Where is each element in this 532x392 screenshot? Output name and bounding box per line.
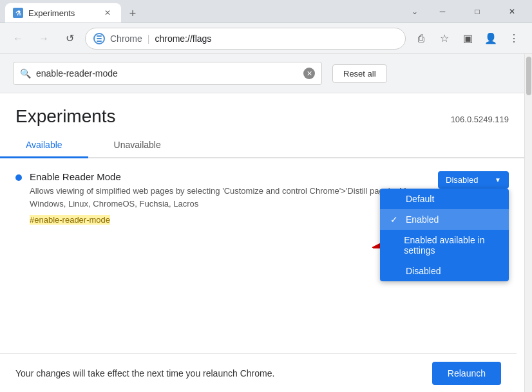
titlebar-controls: ⌄ ─ □ ✕ bbox=[407, 0, 527, 23]
dropdown-option-label: Enabled bbox=[406, 214, 439, 225]
tab-unavailable[interactable]: Unavailable bbox=[88, 133, 187, 158]
dropdown-option-label: Disabled bbox=[406, 266, 441, 276]
chevron-down-icon: ▼ bbox=[495, 176, 501, 183]
site-info-icon[interactable] bbox=[93, 33, 105, 44]
tab-title: Experiments bbox=[28, 8, 75, 18]
feature-description: Allows viewing of simplified web pages b… bbox=[30, 185, 430, 210]
dropdown-option-disabled[interactable]: Disabled bbox=[380, 261, 509, 281]
search-clear-button[interactable]: ✕ bbox=[303, 68, 315, 79]
reset-all-button[interactable]: Reset all bbox=[332, 64, 387, 83]
tab-strip: ⚗ Experiments ✕ + bbox=[5, 0, 407, 23]
browser-brand: Chrome bbox=[110, 33, 142, 44]
refresh-button[interactable]: ↺ bbox=[59, 28, 80, 49]
bookmark-button[interactable]: ☆ bbox=[434, 28, 455, 49]
dropdown-option-label: Default bbox=[406, 194, 434, 204]
dropdown-option-enabled[interactable]: ✓ Enabled bbox=[380, 209, 509, 230]
experiments-header: Experiments 106.0.5249.119 bbox=[0, 93, 524, 133]
feature-control: Disabled ▼ Default ✓ Enabled bbox=[438, 171, 509, 189]
back-button[interactable]: ← bbox=[8, 28, 28, 49]
relaunch-message: Your changes will take effect the next t… bbox=[15, 368, 274, 378]
search-icon: 🔍 bbox=[20, 68, 31, 79]
search-input[interactable] bbox=[36, 68, 298, 79]
bottom-bar: Your changes will take effect the next t… bbox=[0, 353, 517, 392]
feature-list: Enable Reader Mode Allows viewing of sim… bbox=[0, 158, 524, 248]
feature-item: Enable Reader Mode Allows viewing of sim… bbox=[15, 171, 509, 225]
toolbar-actions: ⎙ ☆ ▣ 👤 ⋮ bbox=[411, 28, 524, 49]
scrollbar-thumb[interactable] bbox=[526, 57, 531, 95]
dropdown-wrap: Disabled ▼ Default ✓ Enabled bbox=[438, 171, 509, 189]
feature-name: Enable Reader Mode bbox=[30, 171, 430, 182]
search-input-wrap[interactable]: 🔍 ✕ bbox=[13, 62, 322, 85]
tab-available[interactable]: Available bbox=[0, 133, 88, 158]
tab-search-icon[interactable]: ⌄ bbox=[407, 4, 423, 19]
titlebar: ⚗ Experiments ✕ + ⌄ ─ □ ✕ bbox=[0, 0, 532, 23]
new-tab-button[interactable]: + bbox=[124, 5, 142, 23]
close-button[interactable]: ✕ bbox=[497, 0, 527, 23]
extension-button[interactable]: ▣ bbox=[457, 28, 478, 49]
dropdown-option-default[interactable]: Default bbox=[380, 189, 509, 209]
maximize-button[interactable]: □ bbox=[462, 0, 492, 23]
forward-button[interactable]: → bbox=[33, 28, 54, 49]
address-bar[interactable]: Chrome | chrome://flags bbox=[85, 28, 406, 50]
minimize-button[interactable]: ─ bbox=[428, 0, 457, 23]
dropdown-option-label: Enabled available in settings bbox=[404, 235, 499, 256]
profile-button[interactable]: 👤 bbox=[480, 28, 501, 49]
version-text: 106.0.5249.119 bbox=[451, 115, 509, 124]
tabs-bar: Available Unavailable bbox=[0, 133, 524, 158]
tab-favicon: ⚗ bbox=[13, 8, 23, 18]
omnibox-separator: | bbox=[147, 33, 150, 44]
dropdown-current-value: Disabled bbox=[446, 175, 479, 185]
main-content: 🔍 ✕ Reset all Experiments 106.0.5249.119… bbox=[0, 54, 524, 392]
tab-close-button[interactable]: ✕ bbox=[102, 7, 113, 19]
feature-dot bbox=[15, 174, 22, 181]
content-area: 🔍 ✕ Reset all Experiments 106.0.5249.119… bbox=[0, 54, 532, 392]
svg-line-1 bbox=[219, 242, 383, 248]
feature-link[interactable]: #enable-reader-mode bbox=[30, 215, 110, 225]
page-title: Experiments bbox=[15, 106, 116, 127]
relaunch-button[interactable]: Relaunch bbox=[432, 362, 501, 385]
check-icon: ✓ bbox=[390, 214, 401, 225]
search-bar-area: 🔍 ✕ Reset all bbox=[0, 54, 524, 93]
active-tab[interactable]: ⚗ Experiments ✕ bbox=[5, 3, 121, 23]
menu-button[interactable]: ⋮ bbox=[504, 28, 524, 49]
share-button[interactable]: ⎙ bbox=[411, 28, 432, 49]
feature-info: Enable Reader Mode Allows viewing of sim… bbox=[30, 171, 430, 225]
dropdown-button[interactable]: Disabled ▼ bbox=[438, 171, 509, 189]
scrollbar[interactable] bbox=[524, 54, 532, 392]
dropdown-menu: Default ✓ Enabled Enabled available in s… bbox=[380, 189, 509, 281]
browser-toolbar: ← → ↺ Chrome | chrome://flags ⎙ ☆ ▣ 👤 ⋮ bbox=[0, 23, 532, 54]
dropdown-option-enabled-settings[interactable]: Enabled available in settings bbox=[380, 230, 509, 261]
omnibox-url: chrome://flags bbox=[155, 33, 211, 44]
